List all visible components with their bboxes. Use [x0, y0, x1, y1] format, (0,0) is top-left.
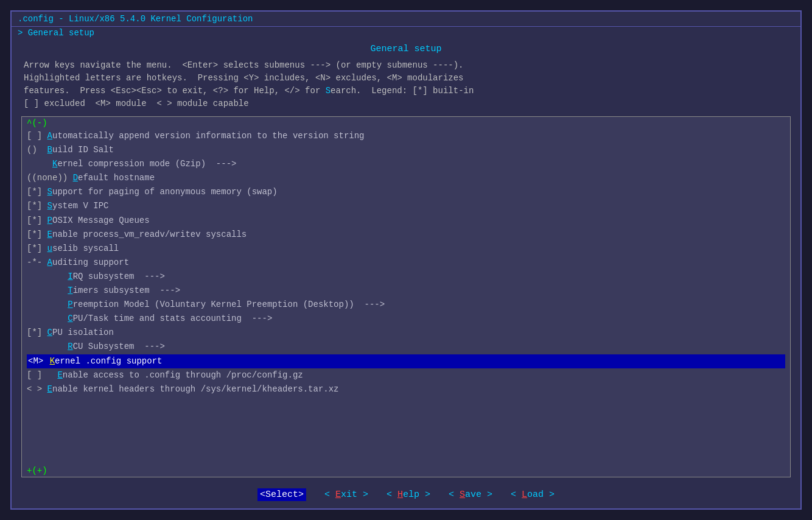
list-item[interactable]: [*] System V IPC [27, 199, 785, 213]
save-button[interactable]: < Save > [449, 490, 492, 500]
list-item[interactable]: Timers subsystem ---> [27, 284, 785, 298]
list-item[interactable]: [*] POSIX Message Queues [27, 214, 785, 228]
instruction-line-4: [ ] excluded <M> module < > module capab… [24, 97, 788, 110]
list-item[interactable]: [*] CPU isolation [27, 326, 785, 340]
list-item[interactable]: RCU Subsystem ---> [27, 340, 785, 354]
list-item[interactable]: Kernel compression mode (Gzip) ---> [27, 157, 785, 171]
instruction-line-3: features. Press <Esc><Esc> to exit, <?> … [24, 85, 788, 97]
terminal-window: .config - Linux/x86 5.4.0 Kernel Configu… [10, 10, 802, 510]
menu-title: General setup [12, 39, 800, 57]
select-button[interactable]: <Select> [257, 488, 306, 501]
list-item[interactable]: [ ] Enable access to .config through /pr… [27, 368, 785, 382]
list-item[interactable]: < > Enable kernel headers through /sys/k… [27, 382, 785, 396]
load-button[interactable]: < Load > [511, 490, 555, 500]
button-bar: <Select> < Exit > < Help > < Save > < Lo… [12, 481, 800, 508]
list-item[interactable]: Preemption Model (Voluntary Kernel Preem… [27, 298, 785, 312]
select-button-label: <Select> [260, 490, 304, 500]
menu-items-container[interactable]: [ ] Automatically append version informa… [22, 129, 790, 465]
menu-box: ^(-) [ ] Automatically append version in… [21, 116, 791, 477]
subtitle-text: > General setup [18, 28, 94, 38]
list-item[interactable]: [*] uselib syscall [27, 242, 785, 256]
help-button[interactable]: < Help > [387, 490, 430, 500]
exit-button[interactable]: < Exit > [324, 490, 368, 500]
list-item[interactable]: [*] Enable process_vm_readv/writev sysca… [27, 228, 785, 242]
title-text: .config - Linux/x86 5.4.0 Kernel Configu… [18, 14, 253, 24]
instruction-line-2: Highlighted letters are hotkeys. Pressin… [24, 72, 788, 85]
list-item[interactable]: [ ] Automatically append version informa… [27, 129, 785, 143]
list-item[interactable]: IRQ subsystem ---> [27, 270, 785, 284]
scroll-bottom-indicator: +(+) [22, 465, 790, 477]
list-item[interactable]: -*- Auditing support [27, 256, 785, 270]
list-item[interactable]: CPU/Task time and stats accounting ---> [27, 312, 785, 326]
list-item[interactable]: [*] Support for paging of anonymous memo… [27, 185, 785, 199]
instruction-line-1: Arrow keys navigate the menu. <Enter> se… [24, 59, 788, 72]
list-item[interactable]: ((none)) Default hostname [27, 171, 785, 185]
instructions: Arrow keys navigate the menu. <Enter> se… [12, 57, 800, 113]
list-item[interactable]: () Build ID Salt [27, 143, 785, 157]
list-item-selected[interactable]: <M> Kernel .config support [27, 354, 785, 368]
subtitle-bar: > General setup [12, 27, 800, 39]
scroll-top-indicator: ^(-) [22, 117, 790, 129]
main-content: General setup Arrow keys navigate the me… [12, 39, 800, 508]
title-bar: .config - Linux/x86 5.4.0 Kernel Configu… [12, 12, 800, 27]
